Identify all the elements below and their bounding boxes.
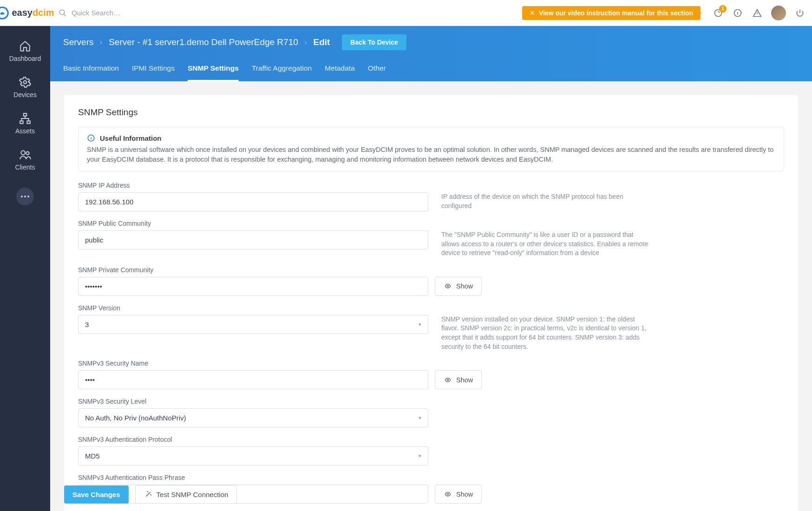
eye-icon bbox=[444, 283, 452, 289]
snmpv3-seclevel-select[interactable]: No Auth, No Priv (noAuthNoPriv) ▾ bbox=[78, 408, 428, 427]
useful-information-box: Useful Information SNMP is a universal s… bbox=[78, 127, 784, 171]
gear-icon bbox=[19, 76, 31, 88]
sidebar-item-assets[interactable]: Assets bbox=[0, 107, 50, 140]
sidebar-more[interactable] bbox=[16, 188, 34, 205]
search-placeholder: Quick Search… bbox=[72, 9, 120, 17]
label-public-community: SNMP Public Community bbox=[78, 220, 784, 227]
caret-down-icon: ▾ bbox=[419, 453, 421, 459]
sidebar-item-clients[interactable]: Clients bbox=[0, 143, 50, 177]
chevron-right-icon: › bbox=[100, 39, 102, 46]
info-circle-icon bbox=[733, 8, 742, 18]
home-icon bbox=[19, 40, 31, 52]
sitemap-icon bbox=[19, 112, 31, 124]
video-manual-banner[interactable]: ✕ View our video instruction manual for … bbox=[522, 6, 701, 20]
crumb-servers[interactable]: Servers bbox=[63, 37, 93, 47]
show-private-button[interactable]: Show bbox=[435, 277, 482, 296]
tab-ipmi-settings[interactable]: IPMI Settings bbox=[132, 64, 175, 81]
power-icon bbox=[795, 8, 805, 18]
tab-snmp-settings[interactable]: SNMP Settings bbox=[188, 64, 239, 81]
notification-badge: 1 bbox=[719, 5, 727, 13]
snmp-ip-input[interactable] bbox=[78, 192, 428, 211]
svg-rect-5 bbox=[24, 113, 27, 116]
tab-other[interactable]: Other bbox=[368, 64, 386, 81]
power-button[interactable] bbox=[794, 7, 805, 19]
users-icon bbox=[19, 149, 31, 161]
ellipsis-icon bbox=[21, 196, 29, 197]
svg-point-1 bbox=[59, 10, 65, 15]
user-avatar[interactable] bbox=[771, 6, 786, 20]
svg-point-11 bbox=[447, 286, 449, 288]
snmp-private-input[interactable] bbox=[78, 277, 428, 296]
svg-point-4 bbox=[24, 81, 27, 84]
label-snmp-ip: SNMP IP Address bbox=[78, 182, 784, 189]
crumb-current: Edit bbox=[313, 37, 330, 47]
activity-button[interactable]: 1 bbox=[713, 7, 724, 19]
tab-metadata[interactable]: Metadata bbox=[325, 64, 355, 81]
info-icon bbox=[87, 134, 95, 142]
sidebar-item-devices[interactable]: Devices bbox=[0, 71, 50, 104]
svg-point-9 bbox=[26, 152, 29, 155]
alert-triangle-icon bbox=[753, 8, 762, 18]
tab-basic-information[interactable]: Basic Information bbox=[63, 64, 119, 81]
label-auth-proto: SNMPv3 Authentication Protocol bbox=[78, 436, 784, 443]
svg-point-8 bbox=[21, 151, 25, 155]
help-public-community: The "SNMP Public Community" is like a us… bbox=[441, 230, 650, 258]
plug-icon bbox=[144, 490, 152, 498]
alerts-button[interactable] bbox=[752, 7, 763, 19]
search-icon bbox=[59, 9, 67, 17]
breadcrumb: Servers › Server - #1 server1.demo Dell … bbox=[63, 34, 799, 50]
sidebar-item-dashboard[interactable]: Dashboard bbox=[0, 34, 50, 68]
logo-mark-icon bbox=[0, 7, 9, 20]
snmpv3-authproto-select[interactable]: MD5 ▾ bbox=[78, 446, 428, 465]
info-button[interactable] bbox=[732, 7, 743, 19]
caret-down-icon: ▾ bbox=[419, 415, 421, 421]
brand-logo[interactable]: easydcim bbox=[0, 7, 54, 20]
label-sec-name: SNMPv3 Security Name bbox=[78, 360, 784, 367]
chevron-right-icon: › bbox=[305, 39, 307, 46]
close-icon[interactable]: ✕ bbox=[530, 9, 535, 17]
eye-icon bbox=[444, 377, 452, 383]
label-private-community: SNMP Private Community bbox=[78, 266, 784, 274]
help-snmp-version: SNMP version installed on your device. S… bbox=[441, 315, 650, 351]
test-snmp-button[interactable]: Test SNMP Connection bbox=[135, 485, 237, 504]
svg-rect-7 bbox=[27, 121, 30, 123]
snmp-version-select[interactable]: 3 ▾ bbox=[78, 315, 428, 334]
caret-down-icon: ▾ bbox=[419, 321, 421, 328]
page-title: SNMP Settings bbox=[78, 107, 784, 118]
snmp-public-input[interactable] bbox=[78, 230, 428, 249]
help-snmp-ip: IP address of the device on which the SN… bbox=[441, 192, 650, 210]
back-to-device-button[interactable]: Back To Device bbox=[342, 34, 406, 50]
svg-point-12 bbox=[447, 379, 449, 381]
crumb-device[interactable]: Server - #1 server1.demo Dell PowerEdge … bbox=[109, 37, 298, 47]
svg-rect-6 bbox=[20, 121, 23, 123]
show-secname-button[interactable]: Show bbox=[435, 370, 482, 389]
snmpv3-secname-input[interactable] bbox=[78, 370, 428, 389]
tab-traffic-aggregation[interactable]: Traffic Aggregation bbox=[252, 64, 312, 81]
save-changes-button[interactable]: Save Changes bbox=[64, 485, 129, 504]
global-search[interactable]: Quick Search… bbox=[59, 9, 120, 17]
label-sec-level: SNMPv3 Security Level bbox=[78, 398, 784, 405]
label-snmp-version: SNMP Version bbox=[78, 304, 784, 312]
